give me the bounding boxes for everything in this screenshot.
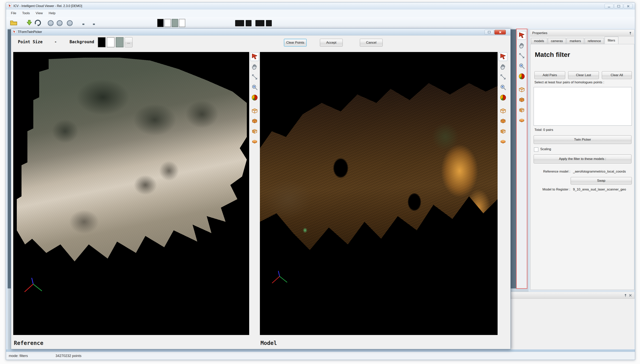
add-pairs-button[interactable]: Add Pairs [534,71,565,79]
main-toolbar [6,17,635,29]
properties-title: Properties [532,31,547,35]
scaling-label[interactable]: Scaling [540,147,551,151]
zoom-window-tool-button[interactable] [250,73,259,82]
menu-view[interactable]: View [33,10,46,16]
dialog-bg-white-swatch[interactable] [107,37,115,47]
menubar: File Tools View Help [6,10,635,17]
view-block-2-button[interactable] [246,20,252,26]
viewer-toolbar-highlight [516,29,527,289]
background-black-swatch[interactable] [157,19,164,27]
point-size-value[interactable]: - [54,40,57,44]
dock-header[interactable] [511,292,634,299]
zoom-window-icon [500,74,506,81]
cancel-button[interactable]: Cancel [360,39,383,46]
section-box-tool-button[interactable] [499,127,507,136]
menu-file[interactable]: File [8,10,19,16]
section-box-tool-button[interactable] [517,106,526,115]
clip-plane-tool-button[interactable] [517,86,526,94]
clip-box-tool-button[interactable] [250,117,259,126]
open-folder-button[interactable] [9,18,18,27]
point-size-control[interactable] [83,24,84,25]
tab-cameras[interactable]: cameras [548,38,566,44]
apply-filter-button[interactable]: Apply the filter to these models : [534,154,631,164]
voxel-cube-tool-button[interactable] [517,116,526,125]
color-sphere-tool-button[interactable] [517,72,526,81]
clear-all-button[interactable]: Clear All [602,71,632,79]
section-box-tool-button[interactable] [250,127,259,136]
orbit-y-button[interactable] [55,18,64,27]
dock-pin-icon[interactable] [624,294,627,297]
dock-close-icon[interactable] [629,294,632,297]
select-tool-button[interactable] [250,52,259,61]
window-title: ICV - Intelligent Cloud Viewer - Rel. 2.… [14,4,82,8]
clip-box-tool-button[interactable] [517,96,526,104]
reference-viewer-toolbar [250,52,259,146]
color-sphere-tool-button[interactable] [250,94,259,102]
view-block-1-button[interactable] [235,20,244,26]
scaling-checkbox[interactable] [534,148,538,152]
maximize-button[interactable] [614,4,623,8]
clear-points-button[interactable]: Clear Points [284,39,307,46]
statusbar: mode: filters 34270232 points [6,352,635,360]
orbit-z-button[interactable] [65,18,74,27]
clip-box-tool-button[interactable] [499,117,507,126]
select-tool-button[interactable] [499,52,507,61]
point-size-label: Point Size [18,40,43,44]
pan-icon [500,63,506,71]
voxel-cube-tool-button[interactable] [499,138,507,146]
zoom-window-tool-button[interactable] [517,52,526,60]
background-custom-swatch[interactable] [179,19,185,27]
pairs-listbox[interactable] [534,87,632,126]
twin-picker-button[interactable]: Twin Picker [534,135,631,144]
menu-help[interactable]: Help [46,10,59,16]
zoom-window-tool-button[interactable] [499,73,507,82]
accept-button[interactable]: Accept [320,39,343,46]
dialog-bg-more-button[interactable]: ... [125,37,133,47]
reference-viewer-label: Reference [14,340,44,346]
view-block-4-button[interactable] [266,20,272,26]
select-icon [500,53,506,60]
close-button[interactable] [624,4,632,8]
voxel-cube-tool-button[interactable] [250,138,259,146]
swap-button[interactable]: Swap [571,177,632,184]
color-sphere-tool-button[interactable] [499,94,507,102]
tab-filters[interactable]: filters [604,36,618,44]
background-green-swatch[interactable] [172,19,178,27]
rotate-button[interactable] [34,18,43,27]
properties-header[interactable]: Properties [530,30,634,36]
pan-tool-button[interactable] [499,63,507,71]
import-button[interactable] [25,18,34,27]
pan-tool-button[interactable] [250,63,259,71]
section-box-icon [518,107,525,114]
minimize-button[interactable] [604,4,613,8]
window-titlebar[interactable]: ICV - Intelligent Cloud Viewer - Rel. 2.… [6,2,635,10]
zoom-tool-button[interactable] [499,83,507,92]
view-block-3-button[interactable] [255,20,264,26]
orbit-x-button[interactable] [46,18,55,27]
dialog-bg-black-swatch[interactable] [98,37,106,47]
clip-plane-tool-button[interactable] [250,107,259,115]
dialog-bg-green-swatch[interactable] [116,37,124,47]
dialog-maximize-button[interactable] [484,30,494,34]
point-size-spinner[interactable] [93,24,95,25]
pan-tool-button[interactable] [517,42,526,50]
model-viewer[interactable] [260,52,498,335]
model-viewer-label: Model [261,340,277,346]
zoom-tool-button[interactable] [250,83,259,92]
background-white-swatch[interactable] [164,19,171,27]
reference-viewer[interactable] [13,52,249,335]
tab-reference[interactable]: reference [585,38,604,44]
tab-markers[interactable]: markers [566,38,584,44]
zoom-tool-button[interactable] [517,62,526,71]
menu-tools[interactable]: Tools [19,10,33,16]
dialog-titlebar[interactable]: TFormTwinPicker [11,29,510,36]
dialog-close-button[interactable] [494,30,506,34]
tab-models[interactable]: models [531,38,547,44]
zoom-window-icon [518,52,525,60]
filters-tab-page: Match filter Add Pairs Clear Last Clear … [530,44,634,290]
clip-box-icon [500,118,506,125]
select-tool-button[interactable] [517,31,526,40]
clip-plane-tool-button[interactable] [499,107,507,115]
pin-icon[interactable] [629,32,632,35]
clear-last-button[interactable]: Clear Last [568,71,599,79]
